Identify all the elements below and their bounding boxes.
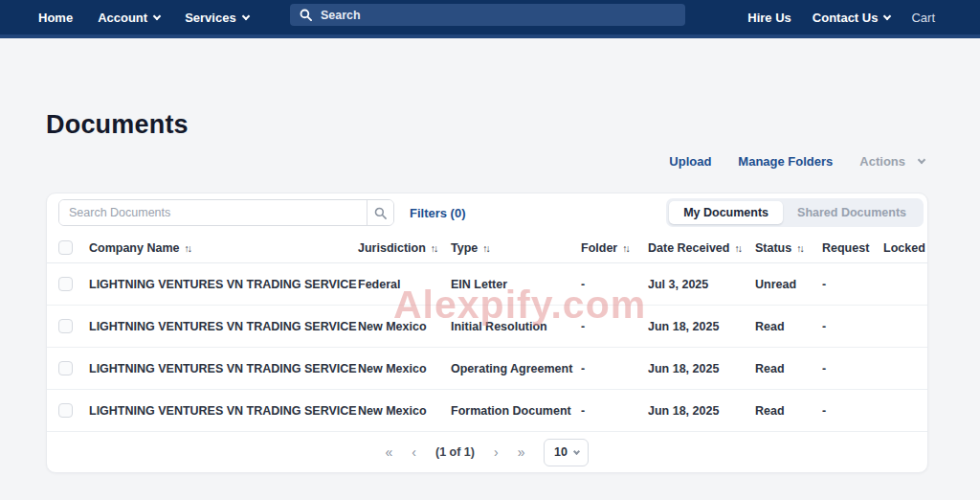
table-row[interactable]: LIGHTNING VENTURES VN TRADING SERVICE LL… bbox=[47, 306, 927, 348]
select-all-checkbox[interactable] bbox=[58, 240, 73, 255]
documents-panel: Filters (0) My Documents Shared Document… bbox=[46, 193, 928, 473]
nav-item-home[interactable]: Home bbox=[38, 11, 73, 25]
column-header-type[interactable]: Type↑↓ bbox=[451, 241, 581, 255]
table-row[interactable]: LIGHTNING VENTURES VN TRADING SERVICE LL… bbox=[47, 263, 927, 306]
nav-item-cart-label: Cart bbox=[911, 11, 935, 25]
cell-company-name: LIGHTNING VENTURES VN TRADING SERVICE LL… bbox=[89, 278, 358, 291]
nav-item-account[interactable]: Account bbox=[98, 11, 160, 25]
top-navbar: Home Account Services Hire Us Contact Us… bbox=[0, 0, 980, 38]
search-icon bbox=[300, 9, 312, 21]
cell-request: - bbox=[822, 404, 883, 418]
table-row[interactable]: LIGHTNING VENTURES VN TRADING SERVICE LL… bbox=[47, 390, 927, 432]
cell-company-name: LIGHTNING VENTURES VN TRADING SERVICE LL… bbox=[89, 404, 358, 418]
nav-left-group: Home Account Services bbox=[38, 11, 249, 25]
upload-button[interactable]: Upload bbox=[669, 154, 711, 169]
cell-request: - bbox=[822, 320, 883, 333]
column-header-company-name[interactable]: Company Name↑↓ bbox=[89, 241, 358, 255]
nav-search-input[interactable] bbox=[321, 9, 676, 22]
select-all-cell bbox=[47, 240, 89, 255]
nav-item-services[interactable]: Services bbox=[185, 11, 249, 25]
column-header-locked: Locked bbox=[883, 241, 933, 255]
actions-button[interactable]: Actions bbox=[859, 154, 924, 169]
column-header-jurisdiction[interactable]: Jurisdiction↑↓ bbox=[358, 241, 451, 255]
cell-jurisdiction: New Mexico bbox=[358, 320, 451, 333]
row-checkbox-cell bbox=[47, 319, 89, 333]
last-page-button[interactable]: » bbox=[518, 445, 525, 459]
nav-search-box[interactable] bbox=[290, 4, 685, 26]
manage-folders-button[interactable]: Manage Folders bbox=[738, 154, 833, 169]
first-page-button[interactable]: « bbox=[386, 445, 393, 459]
nav-item-cart[interactable]: Cart bbox=[911, 11, 935, 25]
cell-type: Initial Resolution bbox=[451, 320, 581, 333]
cell-request: - bbox=[822, 278, 883, 291]
row-checkbox[interactable] bbox=[58, 277, 73, 291]
documents-search-input[interactable] bbox=[59, 200, 367, 225]
actions-button-label: Actions bbox=[859, 154, 905, 169]
nav-item-contact-us-label: Contact Us bbox=[813, 11, 879, 25]
cell-date-received: Jun 18, 2025 bbox=[648, 404, 755, 418]
sort-icon[interactable]: ↑↓ bbox=[622, 242, 629, 254]
cell-date-received: Jun 18, 2025 bbox=[648, 362, 755, 375]
cell-request: - bbox=[822, 362, 883, 375]
sort-icon[interactable]: ↑↓ bbox=[431, 242, 437, 254]
page-size-select[interactable]: 10 bbox=[544, 439, 589, 466]
chevron-down-icon bbox=[573, 447, 580, 454]
column-header-date-received[interactable]: Date Received↑↓ bbox=[648, 241, 755, 255]
chevron-down-icon bbox=[153, 11, 161, 19]
prev-page-button[interactable]: ‹ bbox=[412, 445, 416, 459]
column-header-folder[interactable]: Folder↑↓ bbox=[581, 241, 648, 255]
nav-item-account-label: Account bbox=[98, 11, 147, 25]
documents-toolbar: Upload Manage Folders Actions bbox=[0, 152, 924, 170]
row-checkbox[interactable] bbox=[58, 361, 73, 375]
column-label: Request bbox=[822, 241, 869, 255]
chevron-down-icon bbox=[918, 156, 925, 164]
column-label: Folder bbox=[581, 241, 617, 255]
nav-item-hire-us[interactable]: Hire Us bbox=[747, 11, 791, 25]
cell-jurisdiction: New Mexico bbox=[358, 404, 451, 418]
cell-status: Read bbox=[755, 404, 822, 418]
cell-company-name: LIGHTNING VENTURES VN TRADING SERVICE LL… bbox=[89, 320, 358, 333]
nav-item-services-label: Services bbox=[185, 11, 236, 25]
table-header-row: Company Name↑↓ Jurisdiction↑↓ Type↑↓ Fol… bbox=[47, 233, 927, 263]
sort-icon[interactable]: ↑↓ bbox=[734, 242, 741, 254]
tab-shared-documents[interactable]: Shared Documents bbox=[783, 201, 921, 224]
column-header-request: Request bbox=[822, 241, 883, 255]
main-content: Documents Upload Manage Folders Actions … bbox=[0, 38, 980, 473]
cell-date-received: Jun 18, 2025 bbox=[648, 320, 755, 333]
cell-folder: - bbox=[581, 278, 648, 291]
cell-jurisdiction: New Mexico bbox=[358, 362, 451, 375]
panel-controls-row: Filters (0) My Documents Shared Document… bbox=[47, 193, 927, 226]
documents-search-button[interactable] bbox=[367, 200, 393, 225]
column-label: Jurisdiction bbox=[358, 241, 426, 255]
nav-item-hire-us-label: Hire Us bbox=[747, 11, 791, 25]
page-indicator: (1 of 1) bbox=[435, 445, 475, 459]
row-checkbox-cell bbox=[47, 277, 89, 291]
column-label: Locked bbox=[883, 241, 925, 255]
documents-search-group bbox=[58, 199, 394, 226]
column-header-status[interactable]: Status↑↓ bbox=[755, 241, 822, 255]
cell-type: EIN Letter bbox=[451, 278, 581, 291]
cell-type: Formation Document bbox=[451, 404, 581, 418]
table-row[interactable]: LIGHTNING VENTURES VN TRADING SERVICE LL… bbox=[47, 348, 927, 390]
sort-icon[interactable]: ↑↓ bbox=[184, 242, 190, 254]
filters-button[interactable]: Filters (0) bbox=[410, 206, 466, 220]
sort-icon[interactable]: ↑↓ bbox=[482, 242, 489, 254]
cell-company-name: LIGHTNING VENTURES VN TRADING SERVICE LL… bbox=[89, 362, 358, 375]
page-title: Documents bbox=[46, 110, 980, 140]
column-label: Date Received bbox=[648, 241, 729, 255]
nav-item-contact-us[interactable]: Contact Us bbox=[813, 11, 891, 25]
documents-tabs: My Documents Shared Documents bbox=[666, 198, 924, 227]
cell-status: Read bbox=[755, 362, 822, 375]
sort-icon[interactable]: ↑↓ bbox=[796, 242, 803, 254]
cell-folder: - bbox=[581, 320, 648, 333]
row-checkbox[interactable] bbox=[58, 403, 73, 418]
row-checkbox-cell bbox=[47, 403, 89, 418]
cell-jurisdiction: Federal bbox=[358, 278, 451, 291]
next-page-button[interactable]: › bbox=[494, 445, 499, 459]
column-label: Type bbox=[451, 241, 478, 255]
pagination: « ‹ (1 of 1) › » 10 bbox=[47, 432, 927, 472]
cell-date-received: Jul 3, 2025 bbox=[648, 278, 755, 291]
cell-status: Read bbox=[755, 320, 822, 333]
row-checkbox[interactable] bbox=[58, 319, 73, 333]
tab-my-documents[interactable]: My Documents bbox=[669, 201, 783, 224]
